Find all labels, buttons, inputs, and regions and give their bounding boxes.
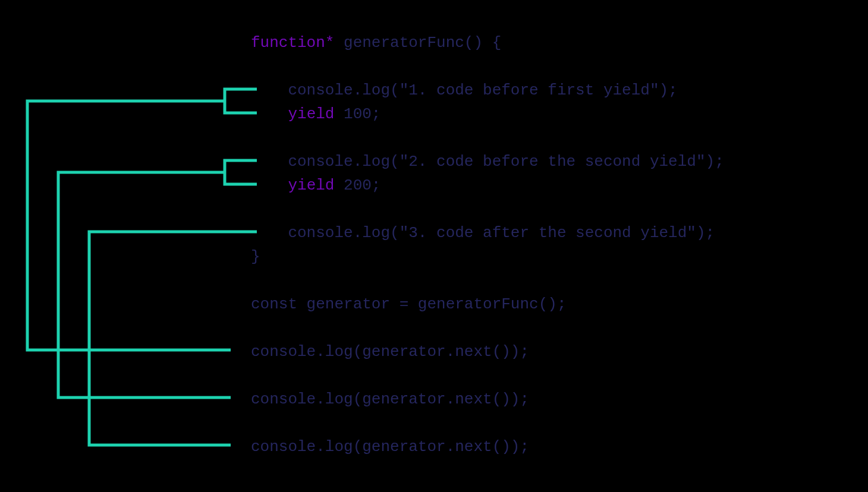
code-line: console.log("2. code before the second y… xyxy=(251,150,724,174)
code-line xyxy=(251,197,724,221)
code-line: console.log("1. code before first yield"… xyxy=(251,78,724,102)
code-line: console.log(generator.next()); xyxy=(251,340,724,364)
code-line xyxy=(251,269,724,292)
code-line: const generator = generatorFunc(); xyxy=(251,292,724,316)
code-line: console.log(generator.next()); xyxy=(251,435,724,459)
code-line xyxy=(251,411,724,435)
code-line: console.log("3. code after the second yi… xyxy=(251,221,724,245)
code-line: } xyxy=(251,245,724,269)
code-line xyxy=(251,126,724,150)
code-line xyxy=(251,316,724,340)
code-block: function* generatorFunc() { console.log(… xyxy=(251,31,724,459)
code-line xyxy=(251,364,724,387)
code-line: yield 200; xyxy=(251,174,724,197)
code-line: yield 100; xyxy=(251,102,724,126)
code-line xyxy=(251,55,724,78)
code-line: console.log(generator.next()); xyxy=(251,387,724,411)
code-line: function* generatorFunc() { xyxy=(251,31,724,55)
